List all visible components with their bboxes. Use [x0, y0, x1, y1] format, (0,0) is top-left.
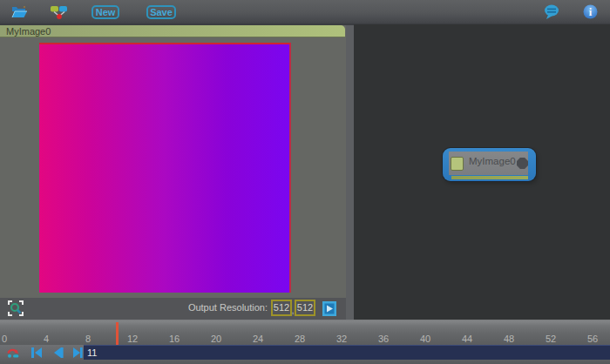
svg-text:i: i — [589, 6, 593, 18]
